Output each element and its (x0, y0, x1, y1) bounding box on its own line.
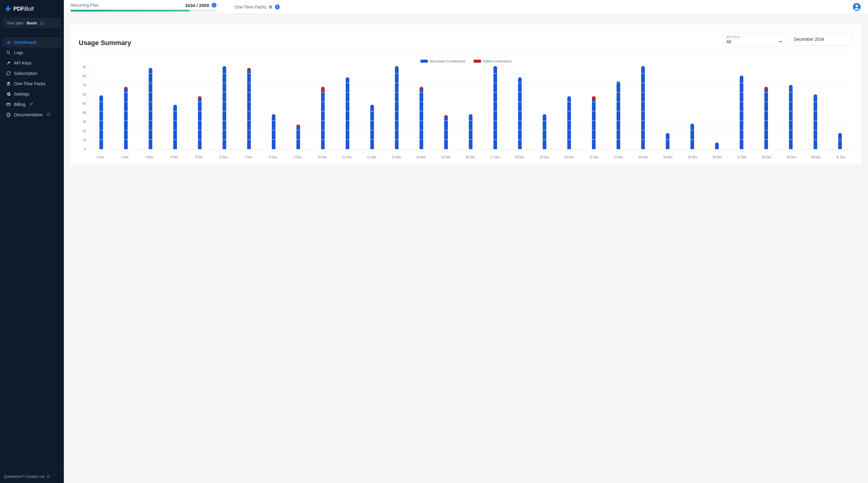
recurring-label: Recurring Plan (70, 3, 99, 8)
bar-22-Dec[interactable] (606, 64, 631, 149)
bar-18-Dec[interactable] (508, 64, 532, 149)
bar-15-Dec[interactable] (434, 64, 458, 149)
bar-7-Dec[interactable] (237, 64, 261, 149)
bar-26-Dec[interactable] (705, 64, 730, 149)
contact-link[interactable]: Questions? Contact us! (0, 470, 64, 483)
legend-success-label: Successful Conversions (430, 59, 465, 63)
layers-icon (6, 81, 11, 86)
plan-box[interactable]: Your plan: Basic (3, 18, 61, 28)
chevron-down-icon (779, 41, 782, 42)
bar-8-Dec[interactable] (261, 64, 286, 149)
packs-value: 0 (269, 5, 272, 9)
plan-label: Your plan: (7, 21, 24, 25)
grid-line (88, 102, 853, 102)
main: Recurring Plan 1634 / 2000 i One-Time Pa… (64, 0, 868, 483)
bar-31-Dec[interactable] (828, 64, 852, 149)
bar-1-Dec[interactable] (89, 64, 114, 149)
y-tick-label: 40 (83, 111, 86, 114)
sidebar-item-dashboard[interactable]: Dashboard (2, 37, 61, 48)
bar-25-Dec[interactable] (680, 64, 705, 149)
recurring-fill (70, 10, 190, 11)
x-tick-label: 21 Dec (582, 155, 606, 159)
sidebar-item-logs[interactable]: Logs (2, 48, 61, 58)
usage-summary-card: Usage Summary API Keys All December 2024 (70, 24, 862, 165)
recurring-usage: 1634 / 2000 (185, 3, 209, 8)
bar-segment-success (370, 105, 374, 149)
info-icon[interactable]: i (212, 3, 216, 8)
bar-segment-success (690, 123, 694, 149)
bar-11-Dec[interactable] (335, 64, 360, 149)
api-keys-select[interactable]: API Keys All (722, 33, 786, 47)
bar-30-Dec[interactable] (803, 64, 828, 149)
bar-segment-success (149, 68, 152, 149)
x-tick-label: 11 Dec (335, 155, 359, 159)
bar-2-Dec[interactable] (114, 64, 138, 149)
legend-failed[interactable]: Failed Conversions (474, 59, 512, 63)
bar-19-Dec[interactable] (532, 64, 557, 149)
bar-5-Dec[interactable] (187, 64, 212, 149)
sidebar-item-documentation[interactable]: Documentation (2, 110, 61, 120)
month-select[interactable]: December 2024 (789, 33, 853, 46)
y-tick-label: 70 (83, 84, 86, 87)
bar-segment-success (198, 98, 202, 149)
info-icon[interactable]: i (275, 5, 280, 9)
sidebar-item-one-time-packs[interactable]: One-Time Packs (2, 79, 61, 89)
bar-6-Dec[interactable] (212, 64, 237, 149)
bar-segment-success (346, 77, 349, 149)
svg-point-5 (7, 51, 9, 54)
x-tick-label: 29 Dec (779, 155, 804, 159)
grid-line (88, 73, 853, 74)
x-tick-label: 30 Dec (804, 155, 828, 159)
account-menu-button[interactable] (852, 2, 861, 11)
x-tick-label: 15 Dec (434, 155, 458, 159)
bar-24-Dec[interactable] (655, 64, 680, 149)
bar-segment-success (469, 114, 472, 149)
bar-segment-failed (592, 96, 596, 100)
y-tick-label: 30 (83, 120, 86, 123)
bar-segment-failed (321, 87, 325, 90)
bar-segment-success (99, 95, 103, 149)
bar-29-Dec[interactable] (779, 64, 803, 149)
bar-9-Dec[interactable] (286, 64, 310, 149)
wrench-icon (6, 61, 11, 65)
sidebar-item-settings[interactable]: Settings (2, 89, 61, 99)
sidebar-item-label: Documentation (14, 112, 42, 117)
bar-27-Dec[interactable] (730, 64, 754, 149)
bar-segment-success (420, 89, 423, 149)
brand-suffix: Bolt (24, 6, 34, 12)
svg-point-1 (40, 21, 44, 25)
bar-12-Dec[interactable] (360, 64, 384, 149)
api-keys-value: All (726, 39, 731, 44)
bar-17-Dec[interactable] (483, 64, 508, 149)
bar-23-Dec[interactable] (631, 64, 655, 149)
bar-segment-success (592, 100, 596, 149)
bar-segment-success (838, 133, 842, 149)
bar-20-Dec[interactable] (557, 64, 582, 149)
x-tick-label: 17 Dec (483, 155, 507, 159)
x-tick-label: 12 Dec (359, 155, 384, 159)
x-tick-label: 26 Dec (705, 155, 730, 159)
bar-4-Dec[interactable] (163, 64, 187, 149)
grid-line (88, 64, 853, 64)
bar-16-Dec[interactable] (458, 64, 483, 149)
bar-segment-success (444, 117, 448, 149)
bar-28-Dec[interactable] (754, 64, 779, 149)
bar-10-Dec[interactable] (310, 64, 335, 149)
bar-segment-success (493, 66, 497, 149)
bolt-icon (5, 5, 11, 12)
bar-21-Dec[interactable] (582, 64, 606, 149)
sidebar-item-billing[interactable]: Billing (2, 99, 61, 110)
recurring-plan-progress: Recurring Plan 1634 / 2000 i (70, 3, 216, 11)
chart-plot (88, 64, 853, 149)
sidebar-item-api-keys[interactable]: API Keys (2, 58, 61, 68)
plan-name: Basic (27, 21, 37, 25)
bar-13-Dec[interactable] (384, 64, 409, 149)
bar-14-Dec[interactable] (409, 64, 434, 149)
brand-logo[interactable]: PDFBolt (0, 0, 64, 16)
sidebar-item-subscription[interactable]: Subscription (2, 68, 61, 79)
file-code-icon (6, 112, 11, 117)
svg-line-6 (9, 53, 10, 54)
bar-3-Dec[interactable] (138, 64, 163, 149)
legend-failed-label: Failed Conversions (483, 59, 512, 63)
legend-success[interactable]: Successful Conversions (421, 59, 465, 63)
